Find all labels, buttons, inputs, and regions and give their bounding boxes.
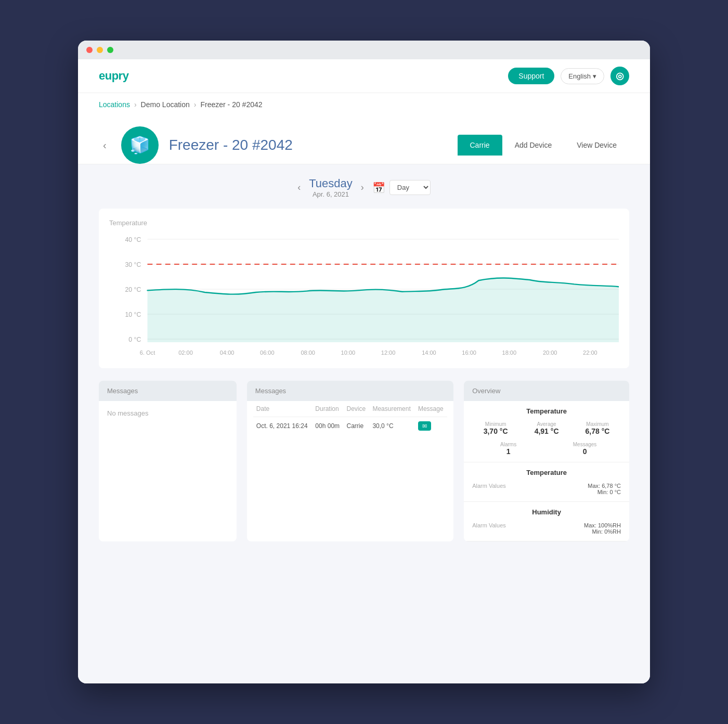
- calendar-icon[interactable]: 📅: [372, 182, 385, 194]
- tab-add-device[interactable]: Add Device: [502, 135, 565, 156]
- cell-duration: 00h 00m: [312, 417, 343, 435]
- cell-measurement: 30,0 °C: [369, 417, 415, 435]
- svg-text:22:00: 22:00: [583, 350, 597, 356]
- avatar[interactable]: ◎: [610, 67, 629, 85]
- alarm-temp-title: Temperature: [472, 469, 621, 476]
- alarms-label: Alarms: [472, 442, 544, 447]
- alarm-humidity-title: Humidity: [472, 508, 621, 516]
- alarm-humidity-min: Min: 0%RH: [584, 528, 621, 535]
- language-selector[interactable]: English ▾: [561, 68, 604, 84]
- alarm-temp-section: Temperature Alarm Values Max: 6,78 °C Mi…: [464, 462, 629, 502]
- svg-text:14:00: 14:00: [422, 350, 436, 356]
- chart-title: Temperature: [109, 219, 619, 227]
- messages-left-body: No messages: [99, 401, 237, 425]
- svg-text:40 °C: 40 °C: [125, 236, 141, 243]
- svg-text:02:00: 02:00: [178, 350, 193, 356]
- temp-stats-section: Temperature Minimum 3,70 °C Average 4,91…: [464, 401, 629, 462]
- bottom-panels: Messages No messages Messages Date D: [99, 381, 629, 541]
- col-measurement: Measurement: [369, 401, 415, 417]
- overview-header: Overview: [464, 381, 629, 401]
- header: eupry Support English ▾ ◎: [78, 59, 650, 93]
- alarm-humidity-values: Max: 100%RH Min: 0%RH: [584, 522, 621, 535]
- svg-text:30 °C: 30 °C: [125, 261, 141, 268]
- page-header: ‹ 🧊 Freezer - 20 #2042 Carrie Add Device…: [78, 116, 650, 164]
- alarm-temp-label: Alarm Values: [472, 483, 506, 489]
- app-container: eupry Support English ▾ ◎ Locations › De…: [78, 59, 650, 683]
- overview-panel: Overview Temperature Minimum 3,70 °C Ave…: [464, 381, 629, 541]
- close-dot[interactable]: [86, 47, 93, 53]
- stat-minimum: Minimum 3,70 °C: [472, 421, 519, 435]
- svg-text:08:00: 08:00: [301, 350, 315, 356]
- svg-text:16:00: 16:00: [462, 350, 476, 356]
- temperature-chart-card: Temperature 40 °C 30 °C 20 °C 10 °C: [99, 209, 629, 368]
- alarms-value: 1: [472, 447, 544, 456]
- col-duration: Duration: [312, 401, 343, 417]
- alarm-temp-row: Alarm Values Max: 6,78 °C Min: 0 °C: [472, 483, 621, 495]
- cell-message: ✉: [415, 417, 447, 435]
- stat-min-label: Minimum: [472, 421, 519, 427]
- alarm-humidity-max: Max: 100%RH: [584, 522, 621, 528]
- svg-text:0 °C: 0 °C: [128, 336, 141, 343]
- svg-text:10:00: 10:00: [341, 350, 356, 356]
- prev-date-button[interactable]: ‹: [297, 182, 301, 193]
- date-navigation: ‹ Tuesday Apr. 6, 2021 › 📅 Day Week Mont…: [99, 177, 629, 198]
- stat-avg-value: 4,91 °C: [523, 427, 570, 435]
- no-messages-text: No messages: [107, 409, 228, 417]
- back-button[interactable]: ‹: [99, 137, 111, 153]
- stat-avg-label: Average: [523, 421, 570, 427]
- support-button[interactable]: Support: [508, 68, 554, 84]
- col-device: Device: [344, 401, 370, 417]
- alarm-humidity-row: Alarm Values Max: 100%RH Min: 0%RH: [472, 522, 621, 535]
- breadcrumb-locations[interactable]: Locations: [99, 100, 130, 109]
- messages-value: 0: [549, 447, 621, 456]
- browser-chrome: [78, 41, 650, 59]
- breadcrumb: Locations › Demo Location › Freezer - 20…: [78, 93, 650, 116]
- stat-maximum: Maximum 6,78 °C: [574, 421, 621, 435]
- stat-min-value: 3,70 °C: [472, 427, 519, 435]
- header-right: Support English ▾ ◎: [508, 67, 629, 85]
- device-icon: 🧊: [121, 126, 159, 164]
- main-content: ‹ Tuesday Apr. 6, 2021 › 📅 Day Week Mont…: [78, 164, 650, 554]
- svg-text:18:00: 18:00: [502, 350, 517, 356]
- temp-title: Temperature: [472, 407, 621, 415]
- day-label: Tuesday: [309, 177, 353, 190]
- breadcrumb-freezer: Freezer - 20 #2042: [200, 100, 262, 109]
- messages-left-panel: Messages No messages: [99, 381, 237, 541]
- messages-right-panel: Messages Date Duration Device Measuremen…: [247, 381, 453, 541]
- minimize-dot[interactable]: [97, 47, 103, 53]
- svg-text:20:00: 20:00: [543, 350, 557, 356]
- maximize-dot[interactable]: [107, 47, 113, 53]
- temp-stats: Minimum 3,70 °C Average 4,91 °C Maximum …: [472, 421, 621, 435]
- tab-view-device[interactable]: View Device: [564, 135, 629, 156]
- date-info: Tuesday Apr. 6, 2021: [309, 177, 353, 198]
- cell-device: Carrie: [344, 417, 370, 435]
- tab-bar: Carrie Add Device View Device: [458, 135, 630, 156]
- alarm-humidity-section: Humidity Alarm Values Max: 100%RH Min: 0…: [464, 502, 629, 541]
- svg-text:12:00: 12:00: [381, 350, 396, 356]
- alarms-stats: Alarms 1 Messages 0: [472, 442, 621, 456]
- alarm-temp-values: Max: 6,78 °C Min: 0 °C: [588, 483, 621, 495]
- logo-text: eupry: [99, 69, 128, 82]
- stat-alarms: Alarms 1: [472, 442, 544, 456]
- logo: eupry: [99, 69, 128, 83]
- lang-label: English: [568, 72, 591, 80]
- next-date-button[interactable]: ›: [361, 182, 364, 193]
- stat-max-value: 6,78 °C: [574, 427, 621, 435]
- view-selector[interactable]: Day Week Month: [389, 180, 431, 195]
- avatar-icon: ◎: [616, 70, 624, 82]
- messages-label: Messages: [549, 442, 621, 447]
- messages-table: Date Duration Device Measurement Message…: [253, 401, 447, 435]
- full-date-label: Apr. 6, 2021: [309, 190, 353, 198]
- tab-carrie[interactable]: Carrie: [458, 135, 502, 156]
- svg-text:6. Oct: 6. Oct: [140, 350, 155, 356]
- date-controls: 📅 Day Week Month: [372, 180, 431, 195]
- alarm-humidity-label: Alarm Values: [472, 522, 506, 528]
- svg-text:06:00: 06:00: [260, 350, 275, 356]
- breadcrumb-demo-location[interactable]: Demo Location: [141, 100, 190, 109]
- stat-max-label: Maximum: [574, 421, 621, 427]
- device-title: Freezer - 20 #2042: [169, 137, 447, 153]
- stat-messages: Messages 0: [549, 442, 621, 456]
- col-date: Date: [253, 401, 313, 417]
- svg-text:04:00: 04:00: [220, 350, 235, 356]
- chart-svg: 40 °C 30 °C 20 °C 10 °C 0 °C 6. Oct: [109, 233, 619, 358]
